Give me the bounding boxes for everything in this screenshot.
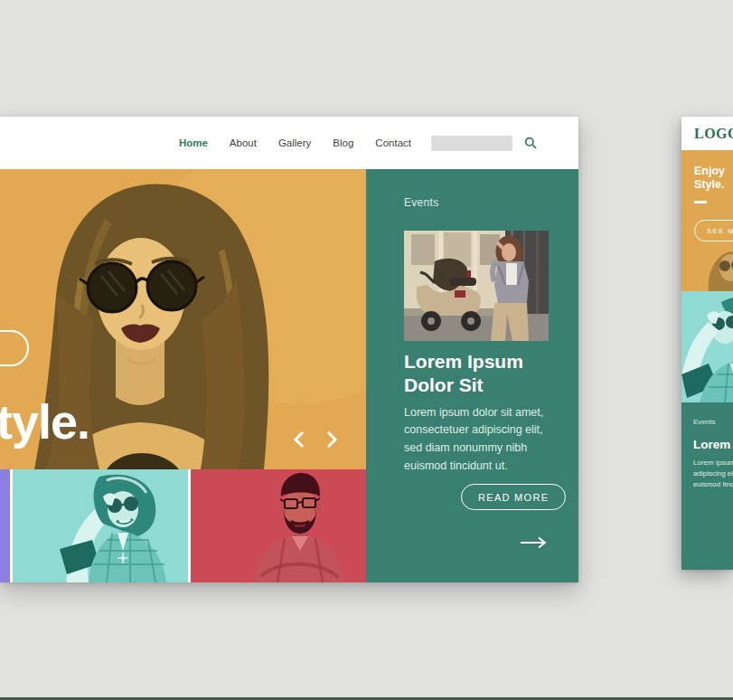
nav-item-contact[interactable]: Contact <box>375 137 411 148</box>
mobile-headline-line2: Style. <box>694 178 733 192</box>
main-nav: Home About Gallery Blog Contact <box>179 137 411 148</box>
event-body-text: Lorem ipsum dolor sit amet, consectetuer… <box>404 404 562 476</box>
nav-item-gallery[interactable]: Gallery <box>278 137 311 148</box>
mobile-body-line: euismod tincidunt ut. <box>693 479 733 490</box>
events-sidebar: Events <box>366 169 578 582</box>
design-canvas: { "canvas": { "background": "#e1e1e0", "… <box>0 0 733 700</box>
hero-slide: tyle. <box>0 169 366 469</box>
mobile-header: LOGO <box>681 117 733 150</box>
gallery-tile-red[interactable] <box>191 469 366 582</box>
gallery-tile-teal[interactable] <box>13 469 188 582</box>
desktop-mockup-card: Home About Gallery Blog Contact <box>0 117 578 582</box>
carousel-next-button[interactable] <box>326 430 338 449</box>
read-more-button[interactable]: READ MORE <box>461 484 566 510</box>
next-event-button[interactable] <box>520 536 547 549</box>
hero-column: tyle. <box>0 169 366 582</box>
mobile-headline-line1: Enjoy <box>694 165 733 178</box>
chevron-right-icon <box>326 430 338 449</box>
nav-item-about[interactable]: About <box>230 137 257 148</box>
events-section-label: Events <box>404 196 549 209</box>
search-input[interactable] <box>431 136 512 151</box>
mobile-events-section: Events Lorem Ipsum Lorem ipsum dolor sit… <box>681 402 733 570</box>
nav-item-home[interactable]: Home <box>179 137 208 148</box>
mobile-body-line: Lorem ipsum dolor sit amet, <box>693 458 733 468</box>
teal-photo-woman <box>13 469 188 582</box>
gallery-tiles <box>0 469 366 582</box>
chevron-left-icon <box>293 430 305 449</box>
mobile-events-label: Events <box>693 418 733 426</box>
search-icon <box>524 137 537 149</box>
mobile-logo[interactable]: LOGO <box>694 126 733 142</box>
search-area <box>431 136 537 151</box>
nav-item-blog[interactable]: Blog <box>333 137 353 148</box>
headline-underline <box>694 201 707 203</box>
arrow-right-icon <box>520 536 547 549</box>
mobile-body-line: adipiscing elit, sed diam <box>693 468 733 479</box>
mobile-event-title: Lorem Ipsum <box>693 438 733 451</box>
mobile-hero: Enjoy Style. SEE MORE <box>681 150 733 291</box>
mobile-inner: LOGO Enjoy Style. SEE MORE <box>681 117 733 570</box>
gallery-tile-purple[interactable] <box>0 469 10 582</box>
mobile-see-more-button[interactable]: SEE MORE <box>694 220 733 241</box>
desktop-header: Home About Gallery Blog Contact <box>0 117 578 169</box>
street-photo-woman-scooter <box>404 231 549 341</box>
search-button[interactable] <box>524 137 537 149</box>
mobile-teal-photo <box>681 291 733 402</box>
hero-headline: tyle. <box>0 397 89 446</box>
desktop-body: tyle. <box>0 169 578 582</box>
event-photo <box>404 231 549 341</box>
mobile-mockup-card: LOGO Enjoy Style. SEE MORE <box>681 117 733 570</box>
mobile-hero-photo-hint <box>681 244 733 291</box>
carousel-prev-button[interactable] <box>293 430 305 449</box>
mobile-event-body: Lorem ipsum dolor sit amet, adipiscing e… <box>693 458 733 490</box>
teal-photo-woman-mobile <box>681 291 733 402</box>
event-title: Lorem Ipsum Dolor Sit <box>404 350 559 397</box>
red-photo-man <box>191 469 366 582</box>
